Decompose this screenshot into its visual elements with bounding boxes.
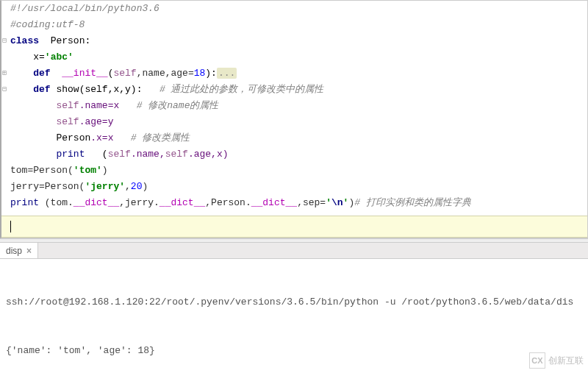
class-name: Person bbox=[51, 35, 85, 46]
fold-toggle[interactable]: ⊞ bbox=[1, 65, 7, 82]
console-line: ssh://root@192.168.1.120:22/root/.pyenv/… bbox=[6, 294, 582, 310]
keyword-def: def bbox=[33, 68, 50, 79]
code-line: x='abc' bbox=[1, 49, 587, 65]
coding-comment: #coding:utf-8 bbox=[10, 19, 85, 30]
assign-x: x= bbox=[33, 51, 45, 63]
dunder-init: __init__ bbox=[62, 68, 107, 79]
builtin-print: print bbox=[56, 149, 85, 160]
builtin-print: print bbox=[10, 197, 39, 208]
text-cursor bbox=[10, 221, 11, 232]
self-ref: self bbox=[56, 100, 79, 111]
code-line: ⊟class Person: bbox=[1, 33, 587, 49]
comment-modname: # 修改name的属性 bbox=[137, 100, 219, 111]
code-line: print (tom.__dict__,jerry.__dict__,Perso… bbox=[1, 195, 587, 211]
code-editor[interactable]: #!/usr/local/bin/python3.6 #coding:utf-8… bbox=[0, 0, 588, 238]
code-line: #coding:utf-8 bbox=[1, 17, 587, 33]
keyword-def: def bbox=[33, 84, 50, 95]
code-line: ⊟ def show(self,x,y): # 通过此处的参数，可修改类中的属性 bbox=[1, 82, 587, 98]
shebang-comment: #!/usr/local/bin/python3.6 bbox=[10, 3, 159, 14]
number-20: 20 bbox=[131, 181, 143, 192]
string-abc: 'abc' bbox=[45, 51, 74, 63]
comment-show: # 通过此处的参数，可修改类中的属性 bbox=[159, 84, 324, 95]
root-container: #!/usr/local/bin/python3.6 #coding:utf-8… bbox=[0, 0, 588, 373]
console-tab-disp[interactable]: disp × bbox=[0, 243, 38, 258]
editor-margin-area[interactable] bbox=[1, 216, 587, 238]
dunder-dict: __dict__ bbox=[159, 197, 205, 208]
comment-print: # 打印实例和类的属性字典 bbox=[354, 197, 471, 208]
code-line: self.age=y bbox=[1, 114, 587, 130]
string-jerry: 'jerry' bbox=[85, 181, 125, 192]
func-show: show bbox=[56, 84, 79, 95]
escape-newline: \n bbox=[331, 197, 343, 208]
self-ref: self bbox=[165, 149, 188, 160]
console-tab-bar: disp × bbox=[0, 243, 588, 259]
code-line: #!/usr/local/bin/python3.6 bbox=[1, 1, 587, 17]
code-line: self.name=x # 修改name的属性 bbox=[1, 98, 587, 114]
self-ref: self bbox=[108, 149, 131, 160]
fold-toggle[interactable]: ⊟ bbox=[1, 33, 7, 49]
console-output[interactable]: ssh://root@192.168.1.120:22/root/.pyenv/… bbox=[0, 259, 588, 373]
fold-toggle[interactable]: ⊟ bbox=[1, 82, 7, 98]
self-param: self bbox=[113, 68, 136, 79]
number-default: 18 bbox=[194, 68, 206, 79]
keyword-class: class bbox=[10, 35, 39, 46]
code-line: tom=Person('tom') bbox=[1, 163, 587, 179]
code-line: ⊞ def __init__(self,name,age=18):... bbox=[1, 65, 587, 82]
close-icon[interactable]: × bbox=[26, 246, 32, 256]
tab-label: disp bbox=[6, 246, 22, 256]
code-line: Person.x=x # 修改类属性 bbox=[1, 130, 587, 146]
console-line: {'name': 'tom', 'age': 18} bbox=[6, 343, 582, 359]
dunder-dict: __dict__ bbox=[74, 197, 119, 208]
fold-ellipsis[interactable]: ... bbox=[217, 68, 237, 79]
code-line: jerry=Person('jerry',20) bbox=[1, 179, 587, 195]
self-ref: self bbox=[56, 116, 79, 127]
class-ref: Person bbox=[56, 132, 90, 143]
code-line: print (self.name,self.age,x) bbox=[1, 146, 587, 163]
string-tom: 'tom' bbox=[74, 165, 102, 176]
comment-modclass: # 修改类属性 bbox=[131, 132, 190, 143]
dunder-dict: __dict__ bbox=[251, 197, 297, 208]
